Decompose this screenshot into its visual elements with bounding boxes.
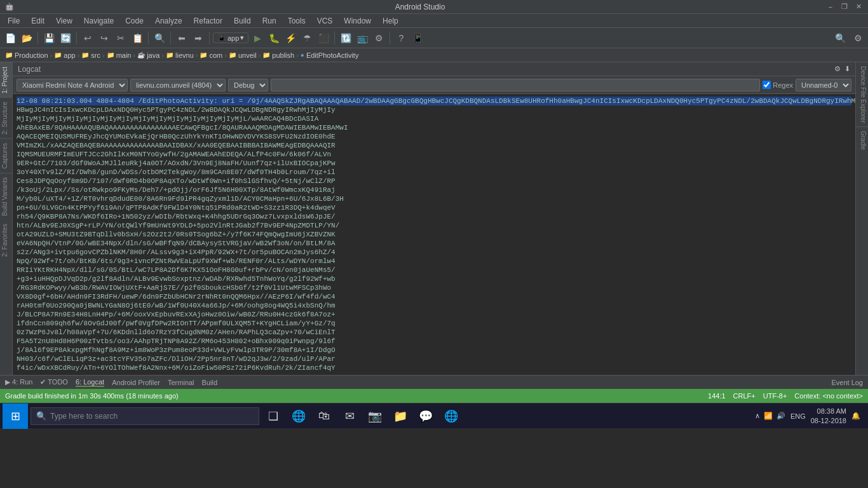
toolbar-save[interactable]: 💾 — [41, 30, 57, 46]
sidebar-project-tab[interactable]: 1: Project — [0, 62, 12, 97]
menu-item-analyze[interactable]: Analyze — [150, 15, 187, 27]
package-select[interactable]: lievnu.com.unveil (4804) — [130, 79, 226, 92]
taskbar-mail[interactable]: ✉ — [338, 403, 361, 429]
taskbar-icons-area: ∧ 📶 🔊 — [755, 412, 785, 420]
content-row: 1: Project 2: Structure Captures Build V… — [0, 62, 868, 375]
sidebar-build-variants-tab[interactable]: Build Variants — [0, 173, 12, 220]
log-content[interactable]: 12-08 08:21:03.004 4804-4804 /EditPhotoA… — [13, 94, 855, 375]
restore-button[interactable]: ❐ — [840, 3, 849, 11]
menu-item-run[interactable]: Run — [257, 15, 281, 27]
profiler-tab-button[interactable]: Android Profiler — [112, 379, 160, 386]
date-display: 08-12-2018 — [811, 416, 846, 425]
log-level-select[interactable]: Debug — [228, 79, 268, 92]
bc-sep-8: › — [259, 51, 261, 59]
bc-com[interactable]: 📁 com — [200, 51, 222, 59]
taskbar-sound-icon[interactable]: 🔊 — [776, 412, 785, 420]
bc-java[interactable]: ☕ java — [137, 51, 159, 59]
toolbar-forward[interactable]: ➡ — [191, 30, 206, 46]
debug-button[interactable]: 🐛 — [266, 30, 281, 46]
minimize-button[interactable]: − — [826, 3, 835, 11]
titlebar-title: Android Studio — [14, 3, 826, 11]
menu-item-view[interactable]: View — [51, 15, 78, 27]
log-line: HBwgJC4nICIsIxwcKDcpLDAxNDQ0Hyc5PTgyPC4z… — [17, 105, 851, 114]
regex-checkbox[interactable] — [763, 81, 771, 89]
menu-item-help[interactable]: Help — [377, 15, 403, 27]
taskbar-search[interactable]: 🔍 Type here to search — [31, 407, 259, 425]
toolbar-open[interactable]: 📂 — [19, 30, 34, 46]
toolbar-new-file[interactable]: 📄 — [3, 30, 18, 46]
logcat-tab-button[interactable]: 6: Logcat — [76, 378, 104, 387]
gradle-sync-button[interactable]: 🔃 — [338, 30, 353, 46]
logcat-controls: ⚙ ⬇ — [834, 65, 850, 73]
taskbar-notifications[interactable]: 🔔 — [851, 412, 860, 420]
run-tab-button[interactable]: ▶ 4: Run — [5, 378, 32, 386]
sidebar-structure-tab[interactable]: 2: Structure — [0, 97, 12, 139]
bc-app[interactable]: 📁 app — [54, 51, 75, 59]
filter-select[interactable]: Unnamed-0 — [796, 79, 851, 92]
menu-item-refactor[interactable]: Refactor — [189, 15, 227, 27]
bc-main[interactable]: 📁 main — [107, 51, 132, 59]
build-tab-button[interactable]: Build — [202, 379, 217, 386]
menu-item-navigate[interactable]: Navigate — [79, 15, 119, 27]
menu-item-window[interactable]: Window — [339, 15, 376, 27]
bc-unveil-label: unveil — [238, 51, 257, 59]
help-button[interactable]: ? — [393, 30, 409, 46]
taskbar-photos[interactable]: 📷 — [363, 403, 386, 429]
coverage-button[interactable]: ☂ — [299, 30, 315, 46]
event-log-button[interactable]: Event Log — [831, 379, 863, 386]
taskbar-chrome[interactable]: 🌐 — [440, 403, 463, 429]
titlebar: 🤖 Android Studio − ❐ ✕ — [0, 0, 868, 14]
regex-checkbox-label[interactable]: Regex — [763, 81, 793, 89]
regex-label: Regex — [773, 81, 793, 89]
toolbar-search[interactable]: 🔍 — [152, 30, 167, 46]
logcat-export-icon[interactable]: ⬇ — [844, 65, 850, 73]
bc-production[interactable]: 📁 Production — [5, 51, 48, 59]
menu-item-tools[interactable]: Tools — [283, 15, 311, 27]
todo-tab-button[interactable]: ✔ TODO — [40, 378, 67, 386]
device-select[interactable]: Xiaomi Redmi Note 4 Android — [17, 79, 128, 92]
search-mic-icon: 🔍 — [36, 411, 46, 421]
bc-publish[interactable]: 📁 publish — [262, 51, 294, 59]
taskbar-task-view[interactable]: ❑ — [262, 403, 285, 429]
run-button[interactable]: ▶ — [250, 30, 265, 46]
toolbar-settings[interactable]: ⚙ — [850, 30, 865, 46]
bc-lievnu[interactable]: 📁 lievnu — [166, 51, 194, 59]
profile-button[interactable]: ⚡ — [283, 30, 298, 46]
close-button[interactable]: ✕ — [854, 3, 863, 11]
stop-button[interactable]: ⬛ — [316, 30, 331, 46]
bc-unveil[interactable]: 📁 unveil — [229, 51, 257, 59]
toolbar-back[interactable]: ⬅ — [174, 30, 189, 46]
start-button[interactable]: ⊞ — [3, 403, 28, 429]
taskbar-explorer[interactable]: 📁 — [389, 403, 412, 429]
toolbar-sync[interactable]: 🔄 — [58, 30, 73, 46]
toolbar-cut[interactable]: ✂ — [113, 30, 128, 46]
app-config-dropdown[interactable]: 📱 app ▾ — [213, 32, 248, 43]
logcat-search-input[interactable] — [271, 79, 760, 92]
toolbar-redo[interactable]: ↪ — [97, 30, 112, 46]
status-right: 144:1 CRLF+ UTF-8+ Context: <no context> — [708, 392, 863, 400]
menu-item-file[interactable]: File — [3, 15, 25, 27]
sidebar-favorites-tab[interactable]: 2: Favorites — [0, 220, 12, 261]
device-button[interactable]: 📱 — [410, 30, 425, 46]
logcat-settings-icon[interactable]: ⚙ — [834, 65, 841, 73]
bc-src[interactable]: 📁 src — [81, 51, 100, 59]
taskbar-network-icon[interactable]: 📶 — [764, 412, 773, 420]
terminal-tab-button[interactable]: Terminal — [168, 379, 194, 386]
taskbar-messenger[interactable]: 💬 — [414, 403, 437, 429]
menu-item-code[interactable]: Code — [120, 15, 149, 27]
toolbar-undo[interactable]: ↩ — [80, 30, 95, 46]
sidebar-device-explorer-tab[interactable]: Device File Explorer — [856, 62, 868, 127]
taskbar-edge[interactable]: 🌐 — [287, 403, 310, 429]
taskbar-store[interactable]: 🛍 — [313, 403, 336, 429]
menu-item-edit[interactable]: Edit — [26, 15, 50, 27]
bc-editphoto[interactable]: ● EditPhotoActivity — [301, 51, 359, 59]
sidebar-gradle-tab[interactable]: Gradle — [856, 127, 868, 154]
sidebar-captures-tab[interactable]: Captures — [0, 139, 12, 173]
sdk-manager-button[interactable]: ⚙ — [371, 30, 386, 46]
avd-manager-button[interactable]: 📺 — [355, 30, 370, 46]
menu-item-build[interactable]: Build — [229, 15, 256, 27]
menu-item-vcs[interactable]: VCS — [312, 15, 338, 27]
toolbar-copy[interactable]: 📋 — [130, 30, 145, 46]
taskbar-chevron-icon[interactable]: ∧ — [755, 412, 760, 420]
toolbar-search-everywhere[interactable]: 🔍 — [832, 30, 848, 46]
